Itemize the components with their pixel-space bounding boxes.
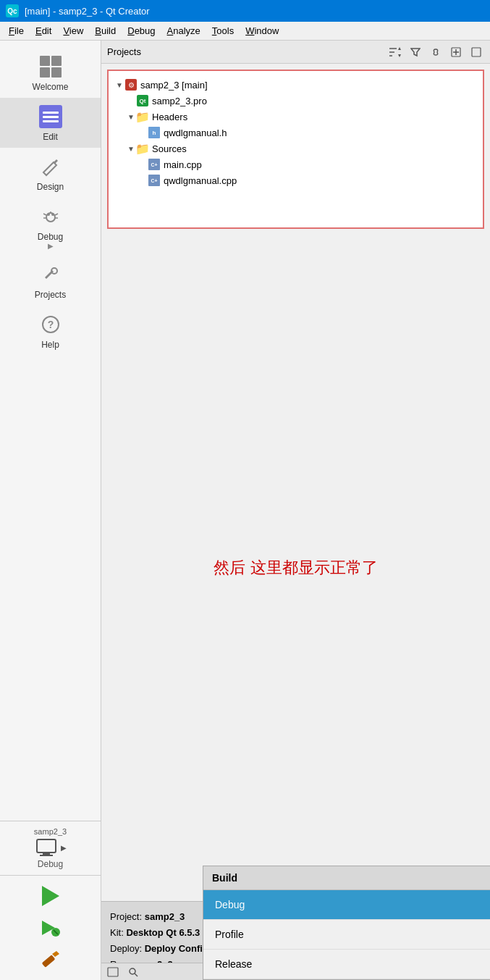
menu-edit[interactable]: Edit — [30, 23, 57, 38]
tree-item-pro[interactable]: ▶ Qt samp2_3.pro — [114, 93, 477, 109]
sidebar-label-edit: Edit — [43, 132, 58, 142]
svg-text:?: ? — [47, 319, 54, 330]
svg-line-4 — [55, 214, 58, 215]
pencil-icon — [38, 154, 64, 180]
device-name-label: samp2_3 — [34, 827, 67, 836]
hammer-icon — [39, 950, 62, 970]
projects-panel-title: Projects — [107, 46, 383, 57]
header-file-icon: h — [148, 126, 161, 139]
qt-file-icon: Qt — [136, 94, 149, 107]
sidebar-item-design[interactable]: Design — [0, 148, 101, 198]
status-panel-button[interactable] — [106, 965, 120, 979]
title-bar: Qc [main] - samp2_3 - Qt Creator — [0, 0, 490, 22]
tree-label-qwdlg-cpp: qwdlgmanual.cpp — [164, 175, 237, 186]
sidebar-item-debug[interactable]: Debug ▶ — [0, 198, 101, 256]
play-icon — [42, 886, 59, 906]
file-tree: ▼ ⚙ samp2_3 [main] ▶ Qt samp2_3.pro ▼ 📁 — [107, 70, 484, 229]
tree-item-main-cpp[interactable]: ▶ C+ main.cpp — [114, 156, 477, 172]
tree-label-root: samp2_3 [main] — [140, 80, 208, 91]
sidebar-label-help: Help — [41, 340, 59, 350]
project-label: Project: — [110, 911, 142, 922]
sidebar-item-edit[interactable]: Edit — [0, 98, 101, 148]
menu-tools[interactable]: Tools — [206, 23, 240, 38]
sidebar-item-projects[interactable]: Projects — [0, 256, 101, 306]
svg-rect-13 — [40, 855, 53, 856]
window-title: [main] - samp2_3 - Qt Creator — [25, 6, 150, 17]
sidebar-item-help[interactable]: ? Help — [0, 306, 101, 356]
tree-item-qwdlg-cpp[interactable]: ▶ C+ qwdlgmanual.cpp — [114, 172, 477, 188]
link-button[interactable] — [428, 44, 444, 60]
build-dropdown-header: Build — [203, 866, 490, 890]
qt-logo: Qc — [6, 4, 19, 17]
svg-rect-11 — [37, 839, 56, 853]
run-button[interactable] — [36, 881, 65, 910]
build-button[interactable] — [36, 945, 65, 974]
build-dropdown: Build Debug Profile Release — [203, 866, 490, 980]
sources-folder-icon: 📁 — [136, 142, 149, 155]
filter-button[interactable] — [407, 44, 423, 60]
menu-view[interactable]: View — [57, 23, 89, 38]
menu-build[interactable]: Build — [89, 23, 122, 38]
sort-button[interactable] — [387, 44, 403, 60]
expand-arrow-root: ▼ — [114, 80, 124, 90]
sidebar-label-design: Design — [37, 182, 64, 192]
project-value: samp2_3 — [145, 911, 185, 922]
wrench-icon — [38, 261, 64, 288]
tree-item-sources[interactable]: ▼ 📁 Sources — [114, 141, 477, 156]
menu-window[interactable]: Window — [240, 23, 284, 38]
expand-arrow-headers: ▼ — [126, 112, 136, 122]
svg-rect-23 — [472, 48, 481, 56]
tree-label-headers: Headers — [152, 112, 187, 122]
svg-marker-18 — [398, 47, 401, 50]
add-button[interactable] — [448, 44, 464, 60]
tree-label-h-file: qwdlgmanual.h — [164, 127, 227, 138]
status-search-button[interactable] — [126, 965, 140, 979]
headers-folder-icon: 📁 — [136, 110, 149, 123]
svg-rect-17 — [41, 955, 55, 968]
device-mode-label: Debug — [38, 859, 63, 869]
svg-line-3 — [43, 214, 46, 215]
grid-icon — [38, 54, 64, 80]
expand-arrow-sources: ▼ — [126, 143, 136, 154]
left-sidebar: Welcome Edit Design — [0, 41, 101, 980]
deploy-label: Deploy: — [110, 943, 142, 954]
svg-rect-12 — [43, 853, 50, 855]
center-content: 然后 这里都显示正常了 — [101, 235, 490, 901]
build-option-profile[interactable]: Profile — [203, 920, 490, 950]
menu-file[interactable]: File — [3, 23, 30, 38]
svg-rect-24 — [108, 968, 118, 976]
collapse-button[interactable] — [468, 44, 484, 60]
svg-point-2 — [51, 213, 54, 216]
main-layout: Welcome Edit Design — [0, 41, 490, 980]
content-panel: Projects ▼ ⚙ — [101, 41, 490, 980]
run-debug-button[interactable] — [36, 913, 65, 942]
menu-bar: File Edit View Build Debug Analyze Tools… — [0, 22, 490, 41]
project-icon: ⚙ — [124, 78, 138, 91]
svg-point-25 — [130, 968, 135, 974]
monitor-icon — [35, 837, 58, 858]
annotation-text: 然后 这里都显示正常了 — [214, 557, 377, 579]
bug-icon — [38, 204, 64, 230]
sidebar-label-debug: Debug — [38, 232, 63, 242]
sidebar-label-welcome: Welcome — [33, 82, 69, 92]
menu-debug[interactable]: Debug — [122, 23, 161, 38]
run-debug-icon — [39, 918, 62, 938]
menu-analyze[interactable]: Analyze — [161, 23, 206, 38]
tree-item-headers[interactable]: ▼ 📁 Headers — [114, 109, 477, 125]
tree-item-root[interactable]: ▼ ⚙ samp2_3 [main] — [114, 77, 477, 93]
projects-header: Projects — [101, 41, 490, 64]
tree-item-h-file[interactable]: ▶ h qwdlgmanual.h — [114, 125, 477, 141]
edit-icon — [38, 104, 64, 130]
cpp-file-icon-qwdlg: C+ — [148, 174, 161, 187]
svg-marker-19 — [398, 54, 401, 57]
tree-label-main-cpp: main.cpp — [164, 159, 202, 170]
build-option-debug[interactable]: Debug — [203, 890, 490, 920]
sidebar-item-welcome[interactable]: Welcome — [0, 48, 101, 98]
tree-label-sources: Sources — [152, 143, 187, 154]
svg-point-1 — [47, 213, 50, 216]
sidebar-label-projects: Projects — [35, 290, 66, 300]
build-option-release[interactable]: Release — [203, 950, 490, 979]
question-icon: ? — [38, 311, 64, 338]
kit-label: Kit: — [110, 927, 124, 938]
cpp-file-icon-main: C+ — [148, 158, 161, 171]
